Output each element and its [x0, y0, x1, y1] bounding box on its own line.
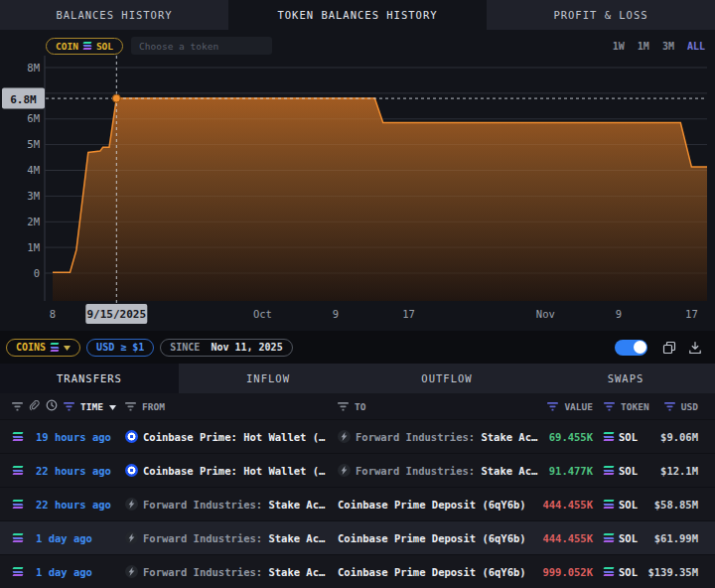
transfer-row[interactable]: 19 hours ago Coinbase Prime: Hot Wallet …: [0, 419, 715, 453]
entity-name[interactable]: Forward Industries: Stake Ac…: [143, 532, 325, 544]
x-tick-label: Oct: [253, 308, 272, 320]
to-cell[interactable]: Coinbase Prime Deposit (6qY6b): [338, 532, 540, 544]
from-cell[interactable]: Coinbase Prime: Hot Wallet (…: [125, 464, 338, 477]
to-cell[interactable]: Coinbase Prime Deposit (6qY6b): [338, 499, 540, 511]
usd-amount: $139.35M: [647, 566, 698, 578]
forward-industries-icon: [338, 430, 351, 443]
col-header-value-group: VALUE: [540, 401, 596, 412]
to-filter-funnel-icon[interactable]: [338, 402, 349, 411]
tab-profit-loss[interactable]: PROFIT & LOSS: [487, 0, 715, 30]
filter-funnel-icon[interactable]: [12, 402, 23, 411]
tab-token-balances-history[interactable]: TOKEN BALANCES HISTORY: [228, 0, 487, 30]
download-icon[interactable]: [685, 341, 705, 355]
sol-logo-icon: [13, 500, 23, 509]
col-header-to-group: TO: [338, 401, 540, 412]
transfer-row[interactable]: 22 hours ago Forward Industries: Stake A…: [0, 487, 715, 520]
usd-toggle[interactable]: [615, 340, 647, 356]
entity-name[interactable]: Forward Industries: Stake Ac…: [356, 431, 537, 443]
col-header-from: FROM: [142, 401, 165, 412]
entity-name[interactable]: Forward Industries: Stake Ac…: [356, 465, 537, 477]
x-tick-label: 17: [685, 308, 698, 320]
usd-filter-funnel-icon[interactable]: [664, 402, 675, 411]
view-tabbar: BALANCES HISTORYTOKEN BALANCES HISTORYPR…: [0, 0, 715, 30]
usd-amount: $12.1M: [660, 465, 698, 477]
token-cell[interactable]: SOL: [596, 566, 645, 578]
svg-text:9/15/2025: 9/15/2025: [86, 308, 146, 321]
range-3m[interactable]: 3M: [662, 41, 674, 52]
entity-name[interactable]: Coinbase Prime Deposit (6qY6b): [338, 532, 526, 544]
chevron-down-icon: [64, 342, 71, 353]
token-search-input[interactable]: [131, 37, 272, 55]
time-link[interactable]: 22 hours ago: [36, 499, 111, 511]
range-1w[interactable]: 1W: [613, 41, 625, 52]
col-header-usd: USD: [681, 401, 698, 412]
y-tick-label: 1M: [27, 241, 40, 253]
table-tab-transfers[interactable]: TRANSFERS: [0, 364, 179, 393]
entity-name[interactable]: Coinbase Prime: Hot Wallet (…: [143, 465, 325, 477]
usd-amount: $9.06M: [660, 431, 698, 443]
transfer-row[interactable]: 1 day ago Forward Industries: Stake Ac… …: [0, 554, 715, 588]
toggle-knob: [634, 341, 646, 354]
token-cell[interactable]: SOL: [596, 499, 645, 511]
sol-logo-icon: [51, 343, 59, 351]
from-cell[interactable]: Forward Industries: Stake Ac…: [125, 565, 338, 578]
token-cell[interactable]: SOL: [596, 465, 645, 477]
token-filter-funnel-icon[interactable]: [604, 402, 615, 411]
tab-balances-history[interactable]: BALANCES HISTORY: [0, 0, 228, 30]
x-tick-label: Nov: [536, 308, 555, 320]
from-cell[interactable]: Forward Industries: Stake Ac…: [125, 531, 338, 544]
time-filter-funnel-icon[interactable]: [64, 402, 74, 411]
paperclip-icon[interactable]: [29, 400, 40, 413]
time-link[interactable]: 22 hours ago: [36, 465, 111, 477]
sort-caret-icon: [109, 401, 116, 412]
token-balance-chart-svg: 01M2M3M4M5M6M7M8M8Oct917Nov917 6.8M 9/15…: [0, 56, 715, 331]
usd-amount: $61.99M: [654, 532, 698, 544]
coin-filter-pill[interactable]: COIN SOL: [46, 38, 123, 55]
token-symbol: SOL: [619, 532, 638, 544]
y-tick-label: 4M: [27, 164, 40, 176]
to-cell[interactable]: Forward Industries: Stake Ac…: [338, 430, 540, 443]
col-header-time-group: TIME: [0, 399, 125, 413]
since-pill-date: Nov 11, 2025: [211, 342, 282, 353]
range-all[interactable]: ALL: [687, 41, 705, 52]
table-tab-swaps[interactable]: SWAPS: [536, 364, 715, 393]
entity-name[interactable]: Forward Industries: Stake Ac…: [143, 566, 325, 578]
from-filter-funnel-icon[interactable]: [125, 402, 136, 411]
copy-icon[interactable]: [659, 341, 679, 355]
coins-filter-pill[interactable]: COINS: [6, 339, 80, 357]
transfer-row[interactable]: 22 hours ago Coinbase Prime: Hot Wallet …: [0, 453, 715, 487]
since-filter-pill[interactable]: SINCE Nov 11, 2025: [160, 339, 292, 357]
token-cell[interactable]: SOL: [596, 532, 645, 544]
entity-name[interactable]: Forward Industries: Stake Ac…: [143, 499, 325, 511]
transfer-row[interactable]: 1 day ago Forward Industries: Stake Ac… …: [0, 520, 715, 554]
time-link[interactable]: 1 day ago: [36, 532, 92, 544]
token-balance-chart[interactable]: 01M2M3M4M5M6M7M8M8Oct917Nov917 6.8M 9/15…: [0, 56, 715, 331]
usd-pill-label: USD ≥ $1: [96, 342, 144, 353]
from-cell[interactable]: Forward Industries: Stake Ac…: [125, 498, 338, 511]
entity-name[interactable]: Coinbase Prime: Hot Wallet (…: [143, 431, 325, 443]
value-amount: 91.477K: [549, 465, 593, 477]
coinbase-icon: [125, 430, 138, 443]
from-cell[interactable]: Coinbase Prime: Hot Wallet (…: [125, 430, 338, 443]
table-tab-outflow[interactable]: OUTFLOW: [358, 364, 536, 393]
time-link[interactable]: 19 hours ago: [36, 431, 111, 443]
to-cell[interactable]: Coinbase Prime Deposit (6qY6b): [338, 566, 540, 578]
coins-pill-label: COINS: [16, 342, 46, 353]
table-tab-inflow[interactable]: INFLOW: [179, 364, 358, 393]
clock-icon[interactable]: [46, 399, 58, 413]
forward-industries-icon: [338, 464, 351, 477]
usd-filter-pill[interactable]: USD ≥ $1: [86, 339, 154, 357]
y-tick-label: 3M: [27, 190, 40, 202]
to-cell[interactable]: Forward Industries: Stake Ac…: [338, 464, 540, 477]
y-tick-label: 0: [34, 267, 40, 279]
entity-name[interactable]: Coinbase Prime Deposit (6qY6b): [338, 499, 526, 511]
entity-name[interactable]: Coinbase Prime Deposit (6qY6b): [338, 566, 526, 578]
token-cell[interactable]: SOL: [596, 431, 645, 443]
value-filter-funnel-icon[interactable]: [547, 402, 558, 411]
value-amount: 999.052K: [542, 566, 593, 578]
usd-amount: $58.85M: [654, 499, 698, 511]
time-link[interactable]: 1 day ago: [36, 566, 92, 578]
range-1m[interactable]: 1M: [638, 41, 649, 52]
sol-logo-icon: [13, 466, 23, 475]
col-header-time[interactable]: TIME: [80, 401, 103, 412]
